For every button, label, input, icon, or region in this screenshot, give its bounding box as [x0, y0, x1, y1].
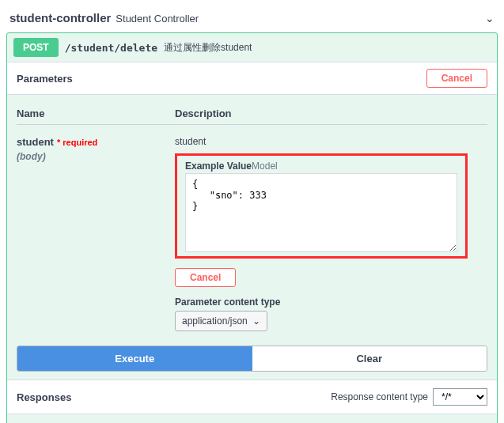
cancel-button[interactable]: Cancel: [426, 69, 487, 88]
table-row: student* required (body) student Example…: [17, 131, 487, 331]
response-content-type-label: Response content type: [331, 391, 428, 402]
param-content-type-select[interactable]: application/json ⌄: [175, 311, 267, 331]
responses-title: Responses: [17, 391, 71, 403]
tab-example-value[interactable]: Example Value: [185, 161, 252, 172]
endpoint-path: /student/delete: [65, 42, 157, 54]
model-tabs: Example ValueModel: [185, 161, 457, 172]
operation-block: POST /student/delete 通过属性删除student Param…: [6, 32, 498, 423]
example-value-box: Example ValueModel: [175, 153, 468, 259]
param-name: student: [17, 136, 54, 148]
chevron-down-icon: ⌄: [252, 315, 260, 327]
responses-bar: Responses Response content type */*: [7, 380, 497, 414]
param-desc-cell: student Example ValueModel Cancel Parame…: [175, 136, 487, 331]
endpoint-summary: 通过属性删除student: [164, 41, 252, 55]
operation-header[interactable]: POST /student/delete 通过属性删除student: [7, 33, 497, 62]
param-type: (body): [17, 151, 175, 162]
parameters-bar: Parameters Cancel: [7, 62, 497, 95]
cancel-body-button[interactable]: Cancel: [175, 268, 236, 287]
response-content-type: Response content type */*: [331, 388, 487, 406]
col-name: Name: [17, 108, 175, 119]
param-content-type-value: application/json: [182, 315, 248, 327]
curl-title: Curl: [7, 414, 497, 423]
body-textarea[interactable]: [185, 173, 457, 252]
parameters-body: Name Description student* required (body…: [7, 95, 497, 342]
controller-desc: Student Controller: [116, 13, 199, 25]
clear-button[interactable]: Clear: [252, 346, 487, 371]
table-header: Name Description: [17, 103, 487, 125]
action-button-row: Execute Clear: [17, 346, 487, 372]
execute-button[interactable]: Execute: [17, 346, 252, 371]
http-method-badge: POST: [13, 38, 59, 57]
tab-model[interactable]: Model: [252, 161, 278, 172]
param-name-cell: student* required (body): [17, 136, 175, 331]
response-content-type-select[interactable]: */*: [433, 388, 487, 406]
col-desc: Description: [175, 108, 487, 119]
param-desc: student: [175, 136, 487, 147]
controller-header[interactable]: student-controller Student Controller ⌄: [6, 6, 498, 32]
param-content-type-label: Parameter content type: [175, 296, 487, 308]
parameters-title: Parameters: [17, 73, 73, 85]
chevron-down-icon[interactable]: ⌄: [485, 12, 495, 25]
controller-name: student-controller: [9, 11, 111, 25]
required-badge: * required: [57, 138, 97, 147]
